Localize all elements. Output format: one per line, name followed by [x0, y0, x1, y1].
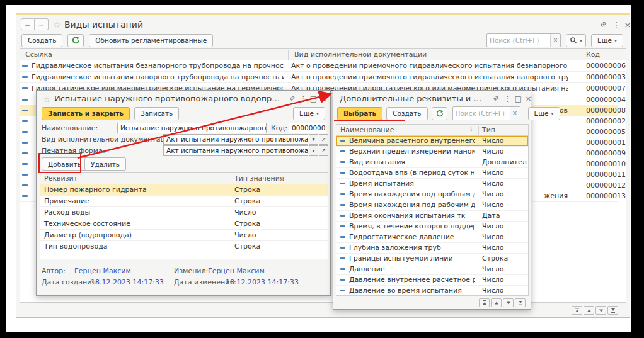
- add-attribute-button[interactable]: Добавить: [42, 157, 88, 171]
- print-form-field[interactable]: Акт испытания наружного противопожарного…: [163, 145, 308, 156]
- get-link-icon[interactable]: [287, 94, 297, 104]
- attribute-row[interactable]: Тип водопровода Строка: [40, 241, 328, 252]
- item-type: Число: [482, 276, 527, 284]
- close-icon[interactable]: ×: [623, 20, 633, 30]
- scroll-top-icon[interactable]: [479, 298, 490, 307]
- table-row[interactable]: Гидравлическое испытания безнапорного тр…: [20, 60, 626, 72]
- more-button[interactable]: Еще ▾: [528, 107, 560, 120]
- column-header-type[interactable]: Тип значения: [234, 174, 284, 183]
- list-item[interactable]: Вид испытания Дополнительное...: [336, 157, 528, 168]
- attribute-row[interactable]: Номер пожарного гидранта Строка: [40, 184, 328, 196]
- attribute-row[interactable]: Примечание Строка: [40, 196, 328, 207]
- item-name: Вид испытания: [349, 158, 475, 166]
- favorite-star-icon[interactable]: ☆: [53, 20, 61, 30]
- create-button[interactable]: Создать: [386, 107, 427, 120]
- list-item[interactable]: Давление внутреннее расчетное рр.м Число: [336, 275, 528, 286]
- chevron-down-icon: ▾: [551, 111, 554, 116]
- list-item[interactable]: Водоотдача впв (в период суток наибольше…: [336, 168, 528, 179]
- list-item[interactable]: Давление Число: [336, 264, 528, 275]
- save-button[interactable]: Записать: [134, 107, 179, 120]
- maximize-icon[interactable]: □: [514, 94, 523, 104]
- author-link[interactable]: Герцен Максим: [74, 267, 131, 275]
- list-item[interactable]: Давление во время испытания Число: [336, 286, 528, 296]
- search-input[interactable]: [487, 34, 550, 47]
- more-menu-icon[interactable]: ⋮: [503, 94, 512, 104]
- list-item[interactable]: Величина расчетного внутреннего давления…: [336, 136, 528, 147]
- item-marker-icon: [22, 99, 28, 101]
- save-and-close-button[interactable]: Записать и закрыть: [42, 107, 130, 120]
- column-header-link[interactable]: Ссылка: [25, 50, 52, 59]
- back-button[interactable]: ←: [21, 18, 35, 30]
- clear-search-icon[interactable]: ×: [510, 107, 520, 120]
- scroll-up-icon[interactable]: [491, 298, 502, 307]
- create-button[interactable]: Создать: [21, 34, 62, 47]
- item-marker-icon: [22, 184, 28, 186]
- desktop: ← → ☆ Виды испытаний ⋮ × Создать Обновит…: [6, 5, 631, 332]
- item-type: Число: [482, 265, 527, 273]
- row-code: 000000004: [586, 96, 626, 104]
- attributes-table-header: Реквизит Тип значения: [40, 173, 328, 184]
- open-item-icon[interactable]: ↗: [319, 134, 328, 145]
- scroll-bottom-icon[interactable]: [607, 306, 618, 315]
- chevron-down-icon[interactable]: ▾: [309, 145, 318, 156]
- more-button[interactable]: Еще ▾: [591, 34, 623, 47]
- row-code: 000000013: [586, 192, 626, 200]
- column-header-code[interactable]: Код: [586, 50, 600, 59]
- column-header-doc[interactable]: Вид исполнительной документации: [294, 50, 427, 59]
- refresh-list-button[interactable]: [432, 107, 447, 120]
- attribute-row[interactable]: Расход воды Число: [40, 207, 328, 218]
- scroll-down-icon[interactable]: [595, 306, 606, 315]
- doc-type-field[interactable]: Акт испытания наружного противопожарного…: [163, 134, 308, 145]
- more-menu-icon[interactable]: ⋮: [299, 94, 308, 104]
- more-menu-icon[interactable]: ⋮: [611, 20, 621, 30]
- list-item[interactable]: Время, в течение которого поддерживалось…: [336, 222, 528, 232]
- more-button[interactable]: Еще ▾: [293, 107, 325, 120]
- item-name: Давление: [349, 265, 475, 273]
- column-header-attribute[interactable]: Реквизит: [44, 174, 78, 183]
- attribute-type: Число: [234, 231, 256, 239]
- select-button[interactable]: Выбрать: [337, 107, 382, 120]
- attribute-row[interactable]: Диаметр (водопровода) Число: [40, 230, 328, 241]
- list-item[interactable]: Время окончания испытания тк Дата: [336, 211, 528, 222]
- update-regulated-button[interactable]: Обновить регламентированные: [89, 34, 213, 47]
- item-marker-icon: [340, 257, 345, 259]
- get-link-icon[interactable]: [491, 94, 500, 104]
- list-item[interactable]: Глубина заложения труб Число: [336, 243, 528, 254]
- history-nav: ← →: [21, 18, 49, 30]
- scroll-top-icon[interactable]: [572, 306, 582, 315]
- column-header-name[interactable]: Наименование: [340, 126, 394, 134]
- scroll-bottom-icon[interactable]: [515, 298, 526, 307]
- list-item[interactable]: Гидростатическое давление Число: [336, 232, 528, 243]
- scroll-up-icon[interactable]: [584, 306, 594, 315]
- clear-search-icon[interactable]: ×: [550, 34, 560, 47]
- item-marker-icon: [340, 193, 345, 195]
- name-field[interactable]: Испытание наружного противопожарного вод…: [117, 123, 267, 133]
- item-type: Число: [482, 169, 527, 177]
- scroll-down-icon[interactable]: [503, 298, 514, 307]
- favorite-star-icon[interactable]: ☆: [43, 94, 51, 104]
- get-link-icon[interactable]: [598, 20, 608, 30]
- modified-by-link[interactable]: Герцен Максим: [208, 267, 265, 275]
- forward-button[interactable]: →: [35, 18, 49, 30]
- chevron-down-icon[interactable]: ▾: [309, 134, 318, 145]
- close-icon[interactable]: ×: [319, 94, 329, 104]
- maximize-icon[interactable]: □: [309, 94, 318, 104]
- search-input[interactable]: [453, 107, 510, 120]
- search-options-button[interactable]: ▾: [566, 34, 586, 47]
- list-item[interactable]: Время испытания Число: [336, 179, 528, 189]
- list-item[interactable]: Границы испытуемой линии Строка: [336, 254, 528, 264]
- list-item[interactable]: Верхний предел измерений манометра Число: [336, 147, 528, 157]
- list-item[interactable]: Время нахождения под пробным давлением Ч…: [336, 189, 528, 200]
- item-name: Верхний предел измерений манометра: [349, 147, 475, 155]
- table-row[interactable]: Гидравлическое испытания напорного трубо…: [20, 72, 626, 83]
- attribute-row[interactable]: Техническое состояние Строка: [40, 218, 328, 230]
- list-item[interactable]: Время нахождения под рабочим давлением Ч…: [336, 200, 528, 211]
- delete-attribute-button[interactable]: Удалить: [84, 157, 126, 171]
- item-name: Границы испытуемой линии: [349, 254, 475, 262]
- close-icon[interactable]: ×: [524, 94, 533, 104]
- code-field[interactable]: 000000008: [289, 123, 326, 133]
- refresh-list-button[interactable]: [67, 34, 84, 47]
- item-marker-icon: [22, 142, 28, 144]
- item-marker-icon: [22, 76, 28, 78]
- open-item-icon[interactable]: ↗: [319, 145, 328, 156]
